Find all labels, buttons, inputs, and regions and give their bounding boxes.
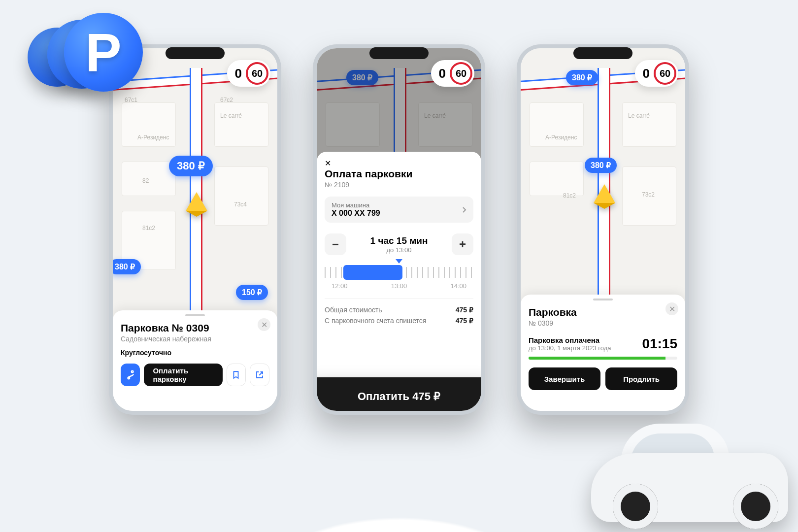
share-button[interactable] <box>250 364 269 386</box>
debit-label: С парковочного счета спишется <box>325 317 426 325</box>
speed-current: 0 <box>235 66 242 81</box>
finish-button[interactable]: Завершить <box>529 367 600 390</box>
speed-widget: 0 60 <box>431 60 474 87</box>
car-label: Моя машина <box>332 201 380 209</box>
ruler-label: 14:00 <box>450 282 466 290</box>
phone-parking-active: А-Резиденс Le carré 81c2 73c2 380 ₽ 380 … <box>517 44 689 415</box>
building-label: 67c1 <box>125 97 137 103</box>
route-button[interactable] <box>121 364 140 386</box>
building-label: 67c2 <box>220 97 233 103</box>
speed-current: 0 <box>439 66 446 81</box>
sheet-title: Парковка № 0309 <box>121 322 269 334</box>
pay-parking-button[interactable]: Оплатить парковку <box>144 364 222 386</box>
duration-value: 1 час 15 мин <box>370 235 428 246</box>
location-cursor-icon <box>594 184 615 203</box>
building-label: 81c2 <box>142 225 155 232</box>
extend-button[interactable]: Продлить <box>605 367 677 390</box>
poi-label: Le carré <box>220 112 242 119</box>
cost-label: Общая стоимость <box>325 306 382 314</box>
pay-button[interactable]: Оплатить 475 ₽ <box>317 377 481 411</box>
ruler-indicator-icon <box>396 259 402 264</box>
open-hours: Круглосуточно <box>121 349 269 357</box>
timer: 01:15 <box>642 336 677 352</box>
phone-parking-info: 67c1 67c2 А-Резиденс Le carré 82 81c2 73… <box>109 44 281 415</box>
building-label: 81c2 <box>563 192 576 199</box>
sheet-subtitle: Садовническая набережная <box>121 335 269 343</box>
price-pill-main[interactable]: 380 ₽ <box>169 156 213 176</box>
cost-value: 475 ₽ <box>456 306 473 314</box>
price-pill[interactable]: 150 ₽ <box>236 285 268 300</box>
route-icon <box>125 369 136 380</box>
speed-widget: 0 60 <box>635 60 678 87</box>
minus-button[interactable]: − <box>325 233 346 255</box>
speed-limit-icon: 60 <box>450 62 472 85</box>
plus-button[interactable]: + <box>452 233 473 255</box>
close-button[interactable]: ✕ <box>665 302 678 315</box>
price-pill[interactable]: 380 ₽ <box>566 70 598 85</box>
poi-label: А-Резиденс <box>545 134 577 141</box>
speed-widget: 0 60 <box>227 60 270 87</box>
paid-until: до 13:00, 1 марта 2023 года <box>529 344 611 352</box>
price-pill[interactable]: 380 ₽ <box>113 259 141 274</box>
sheet-handle-icon[interactable] <box>185 314 205 316</box>
location-cursor-icon <box>186 192 207 211</box>
duration-until: до 13:00 <box>370 246 428 254</box>
price-pill[interactable]: 380 ₽ <box>585 158 617 173</box>
debit-value: 475 ₽ <box>456 317 473 325</box>
speed-limit-icon: 60 <box>654 62 676 85</box>
poi-label: А-Резиденс <box>137 134 169 141</box>
close-button[interactable]: ✕ <box>325 159 473 168</box>
paid-status: Парковка оплачена <box>529 336 611 344</box>
cost-summary: Общая стоимость475 ₽ С парковочного счет… <box>325 299 473 325</box>
sheet-handle-icon[interactable] <box>593 299 613 300</box>
phone-payment: Le carré 380 ₽ 0 60 ✕ Оплата парковки № … <box>313 44 485 415</box>
ruler-selection[interactable] <box>343 265 402 280</box>
bookmark-button[interactable] <box>227 364 246 386</box>
sheet-title: Парковка <box>529 306 677 318</box>
poi-label: Le carré <box>628 112 650 119</box>
sheet-subtitle: № 0309 <box>529 319 677 327</box>
building-label: 73c4 <box>234 201 247 208</box>
speed-limit-icon: 60 <box>246 62 268 85</box>
share-icon <box>255 370 264 379</box>
sheet-title: Оплата парковки <box>325 168 473 180</box>
building-label: 73c2 <box>642 191 655 198</box>
parking-info-sheet[interactable]: ✕ Парковка № 0309 Садовническая набережн… <box>113 310 277 411</box>
chevron-right-icon <box>462 206 466 213</box>
car-illustration <box>571 404 798 532</box>
speed-current: 0 <box>643 66 650 81</box>
progress-bar <box>529 357 677 360</box>
ruler-label: 12:00 <box>332 282 348 290</box>
building-label: 82 <box>142 177 149 184</box>
ruler-label: 13:00 <box>391 282 407 290</box>
phone-notch <box>573 47 632 59</box>
car-plate: X 000 XX 799 <box>332 209 380 218</box>
time-ruler[interactable]: 12:00 13:00 14:00 <box>325 265 473 290</box>
sheet-subtitle: № 2109 <box>325 181 473 189</box>
payment-sheet[interactable]: ✕ Оплата парковки № 2109 Моя машина X 00… <box>317 152 481 411</box>
active-parking-sheet[interactable]: ✕ Парковка № 0309 Парковка оплачена до 1… <box>521 295 685 411</box>
duration-stepper: − 1 час 15 мин до 13:00 + <box>325 233 473 255</box>
phone-notch <box>166 47 225 59</box>
phone-notch <box>369 47 429 59</box>
car-selector[interactable]: Моя машина X 000 XX 799 <box>325 197 473 223</box>
bookmark-icon <box>232 370 240 379</box>
close-button[interactable]: ✕ <box>258 318 270 331</box>
